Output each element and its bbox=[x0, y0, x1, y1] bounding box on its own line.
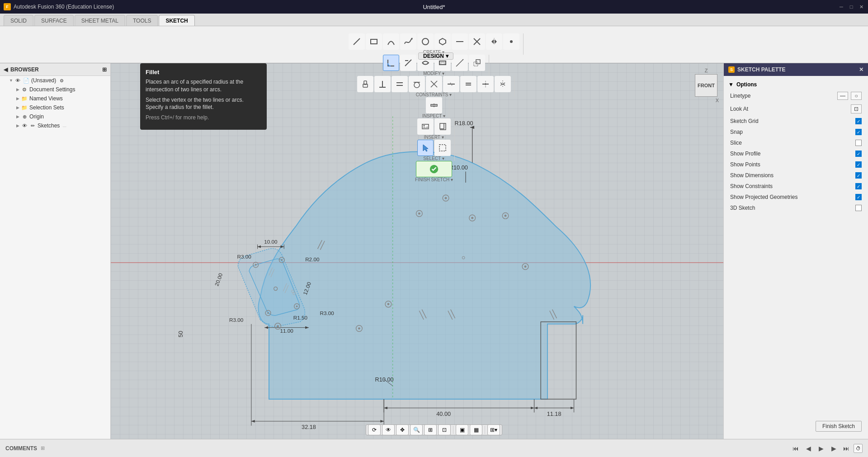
tab-sheet-metal[interactable]: SHEET METAL bbox=[75, 15, 125, 26]
prev-btn[interactable]: ◀ bbox=[803, 443, 814, 454]
play-btn[interactable]: ▶ bbox=[816, 443, 826, 454]
tab-sketch[interactable]: SKETCH bbox=[159, 15, 194, 26]
3d-sketch-checkbox[interactable] bbox=[855, 205, 862, 211]
tool-symmetric[interactable] bbox=[495, 76, 511, 92]
arrow-icon-5: ▶ bbox=[16, 114, 19, 119]
tab-solid[interactable]: SOLID bbox=[4, 15, 33, 26]
browser-item-named-views[interactable]: ▶ 📁 Named Views bbox=[0, 94, 110, 103]
sketch-grid-checkbox[interactable]: ✓ bbox=[855, 118, 862, 124]
design-dropdown[interactable]: DESIGN ▾ bbox=[418, 52, 453, 60]
svg-marker-3 bbox=[439, 38, 446, 45]
expand-icon: ⊞ bbox=[41, 445, 45, 451]
inspect-buttons bbox=[426, 97, 442, 113]
window-controls[interactable]: ─ □ ✕ bbox=[838, 4, 864, 10]
tool-move[interactable] bbox=[469, 55, 485, 71]
tab-surface[interactable]: SURFACE bbox=[34, 15, 74, 26]
tool-measure[interactable] bbox=[426, 97, 442, 113]
svg-rect-42 bbox=[440, 123, 444, 129]
browser-panel: ◀ BROWSER ⊞ ▼ 👁 📄 (Unsaved) ⚙ ▶ ⚙ Docume… bbox=[0, 63, 111, 439]
show-constraints-checkbox[interactable]: ✓ bbox=[855, 183, 862, 189]
skip-fwd-btn[interactable]: ⏭ bbox=[841, 443, 852, 454]
visual-style-btn[interactable]: ▦ bbox=[470, 424, 482, 435]
look-btn[interactable]: 👁 bbox=[382, 424, 395, 435]
linetype-circle-btn[interactable]: ○ bbox=[851, 92, 862, 100]
show-profile-checkbox[interactable]: ✓ bbox=[855, 151, 862, 157]
maximize-button[interactable]: □ bbox=[848, 4, 854, 10]
finish-sketch-button[interactable]: Finish Sketch bbox=[816, 421, 862, 432]
browser-item-sketches[interactable]: ▶ 👁 ✏ Sketches … bbox=[0, 121, 110, 130]
tool-box-select[interactable] bbox=[434, 140, 451, 156]
viewcube-front[interactable]: FRONT bbox=[695, 74, 717, 97]
tool-line[interactable] bbox=[349, 33, 365, 50]
pan-btn[interactable]: ✥ bbox=[396, 424, 409, 435]
browser-item-doc-settings[interactable]: ▶ ⚙ Document Settings bbox=[0, 85, 110, 94]
close-button[interactable]: ✕ bbox=[858, 4, 864, 10]
linetype-solid-btn[interactable]: — bbox=[837, 92, 848, 100]
option-look-at: Look At ⊡ bbox=[724, 102, 868, 116]
svg-point-24 bbox=[414, 82, 420, 88]
tool-fillet[interactable] bbox=[383, 55, 399, 71]
snap-label: Snap bbox=[730, 129, 743, 135]
next-btn[interactable]: ▶ bbox=[828, 443, 839, 454]
doc-title: Untitled* bbox=[423, 4, 445, 10]
show-points-checkbox[interactable]: ✓ bbox=[855, 161, 862, 168]
browser-item-origin[interactable]: ▶ ⊕ Origin bbox=[0, 112, 110, 121]
ellipsis: … bbox=[62, 123, 66, 128]
tool-coincident[interactable] bbox=[426, 76, 442, 92]
tool-horizontal[interactable] bbox=[477, 76, 494, 92]
tool-tangent[interactable] bbox=[409, 76, 425, 92]
browser-item-root[interactable]: ▼ 👁 📄 (Unsaved) ⚙ bbox=[0, 76, 110, 85]
show-points-label: Show Points bbox=[730, 161, 760, 168]
options-header[interactable]: ▼ Options bbox=[724, 80, 868, 90]
tool-scale[interactable] bbox=[452, 55, 468, 71]
tab-tools[interactable]: TOOLS bbox=[126, 15, 158, 26]
look-at-btn[interactable]: ⊡ bbox=[851, 104, 862, 113]
tool-collinear[interactable] bbox=[443, 76, 459, 92]
tool-spline[interactable] bbox=[400, 33, 416, 50]
minimize-button[interactable]: ─ bbox=[838, 4, 844, 10]
grid-snap-btn[interactable]: ⊞▾ bbox=[487, 424, 500, 435]
show-dimensions-checkbox[interactable]: ✓ bbox=[855, 172, 862, 179]
zoom-window-btn[interactable]: ⊞ bbox=[424, 424, 437, 435]
finish-sketch-group: FINISH SKETCH ▾ bbox=[411, 161, 457, 182]
tool-fix[interactable] bbox=[357, 76, 373, 92]
snap-checkbox[interactable]: ✓ bbox=[855, 129, 862, 135]
tooltip-instr1: Select the vertex or the two lines or ar… bbox=[146, 96, 261, 112]
slice-checkbox[interactable] bbox=[855, 140, 862, 146]
canvas-nav-toolbar: ⟳ 👁 ✥ 🔍 ⊞ ⊡ ▣ ▦ ⊞▾ bbox=[366, 424, 502, 435]
tool-circle[interactable] bbox=[417, 33, 434, 50]
tool-trim[interactable] bbox=[469, 33, 485, 50]
skip-back-btn[interactable]: ⏮ bbox=[790, 443, 801, 454]
inspect-label: INSPECT ▾ bbox=[422, 113, 445, 118]
folder-icon-2: 📁 bbox=[21, 104, 28, 111]
tool-parallel[interactable] bbox=[392, 76, 408, 92]
browser-item-origin-label: Origin bbox=[29, 113, 44, 120]
tool-select[interactable] bbox=[417, 140, 434, 156]
tool-insert-dxf[interactable] bbox=[434, 118, 451, 135]
svg-text:R1.50: R1.50 bbox=[293, 315, 308, 320]
orbit-btn[interactable]: ⟳ bbox=[368, 424, 381, 435]
show-projected-checkbox[interactable]: ✓ bbox=[855, 194, 862, 200]
display-mode-btn[interactable]: ▣ bbox=[456, 424, 468, 435]
tool-polygon[interactable] bbox=[434, 33, 451, 50]
tool-equal[interactable] bbox=[460, 76, 476, 92]
fit-btn[interactable]: ⊡ bbox=[438, 424, 451, 435]
tool-finish-sketch[interactable] bbox=[416, 161, 452, 177]
tool-mirror[interactable] bbox=[486, 33, 502, 50]
browser-item-selection-sets[interactable]: ▶ 📁 Selection Sets bbox=[0, 103, 110, 112]
tool-trim2[interactable] bbox=[400, 55, 416, 71]
nav-divider-2 bbox=[485, 426, 485, 434]
palette-close[interactable]: ✕ bbox=[859, 66, 863, 73]
svg-point-40 bbox=[423, 125, 425, 127]
sketch-grid-label: Sketch Grid bbox=[730, 118, 759, 124]
tool-arc[interactable] bbox=[383, 33, 399, 50]
tool-rectangle[interactable] bbox=[366, 33, 382, 50]
svg-text:R3.00: R3.00 bbox=[320, 310, 334, 316]
finish-sketch-label: FINISH SKETCH ▾ bbox=[415, 177, 453, 182]
zoom-btn[interactable]: 🔍 bbox=[410, 424, 423, 435]
tool-perpendicular[interactable] bbox=[374, 76, 391, 92]
tool-insert-img[interactable] bbox=[417, 118, 434, 135]
tool-centerline[interactable] bbox=[452, 33, 468, 50]
tool-point[interactable] bbox=[503, 33, 519, 50]
timeline-icon[interactable]: ⏱ bbox=[854, 444, 863, 453]
